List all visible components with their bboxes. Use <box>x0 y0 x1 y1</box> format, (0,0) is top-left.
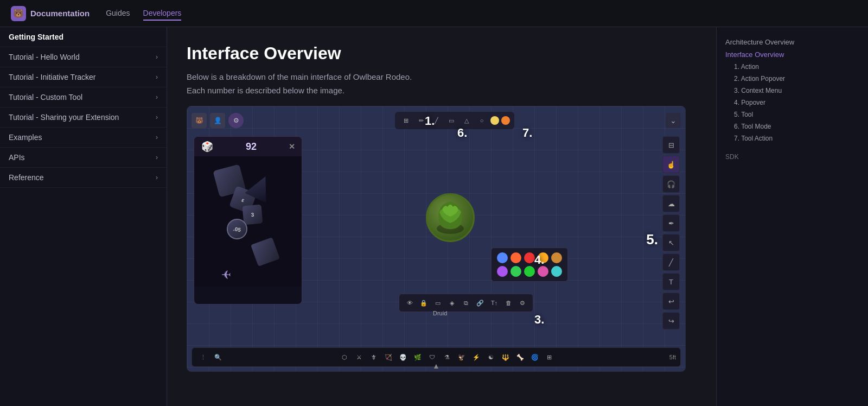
rtool-undo[interactable]: ↩ <box>662 293 680 310</box>
main-content: Interface Overview Below is a breakdown … <box>167 27 716 406</box>
canvas-area[interactable]: 🐻 👤 ⚙ 1. ⊞ ✏ ╱ ▭ △ ○ <box>187 106 685 371</box>
rtool-pen[interactable]: ✒ <box>662 214 680 232</box>
bottom-menu[interactable]: ⋮ <box>196 351 209 364</box>
color-orange[interactable] <box>501 116 510 125</box>
sidebar-item-examples[interactable]: Examples › <box>0 128 167 148</box>
dice-panel: 🎲 92 ✕ ε 3 .05 ✈ <box>194 136 302 304</box>
toolbar-center-icons: ⊞ ✏ ╱ ▭ △ ○ <box>395 112 514 129</box>
token[interactable] <box>426 193 480 248</box>
chevron-icon: › <box>156 154 158 161</box>
topnav-links: Guides Developers <box>106 7 181 21</box>
btool-5[interactable]: 💀 <box>397 351 410 364</box>
color-swatch-purple[interactable] <box>497 266 508 277</box>
btool-15[interactable]: ⊞ <box>543 351 556 364</box>
color-swatch-blue[interactable] <box>497 252 508 263</box>
tool-triangle[interactable]: △ <box>460 114 473 127</box>
action-link[interactable]: 🔗 <box>474 297 486 309</box>
color-swatch-cyan[interactable] <box>551 266 562 277</box>
color-swatch-lime[interactable] <box>524 266 535 277</box>
scroll-up-icon[interactable]: ▲ <box>432 361 440 370</box>
btool-11[interactable]: ☯ <box>484 351 497 364</box>
nav-guides[interactable]: Guides <box>106 7 130 21</box>
dice-area: ε 3 .05 ✈ <box>194 156 302 287</box>
sidebar-item-getting-started[interactable]: Getting Started <box>0 27 167 47</box>
action-settings[interactable]: ⚙ <box>516 297 528 309</box>
toc-tool-action[interactable]: 7. Tool Action <box>725 132 859 144</box>
dice-shape-5 <box>251 237 280 267</box>
rtool-slash[interactable]: ╱ <box>662 253 680 271</box>
chevron-icon: › <box>156 53 158 61</box>
settings-icon[interactable]: ⚙ <box>228 113 244 128</box>
action-layer[interactable]: ◈ <box>446 297 458 309</box>
token-actions: 👁 🔒 ▭ ◈ ⧉ 🔗 T↑ 🗑 ⚙ <box>399 294 533 312</box>
btool-14[interactable]: 🌀 <box>528 351 541 364</box>
color-row-2 <box>497 266 562 277</box>
rtool-layers[interactable]: ⊟ <box>662 136 680 154</box>
rtool-arrow[interactable]: ↖ <box>662 234 680 251</box>
toc-action[interactable]: 1. Action <box>725 61 859 73</box>
bottom-search[interactable]: 🔍 <box>212 351 225 364</box>
color-swatch-brown[interactable] <box>551 252 562 263</box>
color-swatch-pink[interactable] <box>538 266 548 277</box>
btool-2[interactable]: ⚔ <box>353 351 366 364</box>
sidebar-item-sharing[interactable]: Tutorial - Sharing your Extension › <box>0 107 167 128</box>
btool-3[interactable]: 🗡 <box>367 351 380 364</box>
rtool-cloud[interactable]: ☁ <box>662 195 680 212</box>
rtool-text[interactable]: T <box>662 273 680 290</box>
action-copy[interactable]: ⧉ <box>460 297 472 309</box>
btool-8[interactable]: ⚗ <box>441 351 454 364</box>
toc-interface-overview[interactable]: Interface Overview <box>725 48 859 61</box>
left-sidebar: Getting Started Tutorial - Hello World ›… <box>0 27 167 406</box>
close-icon[interactable]: ✕ <box>289 142 295 151</box>
tool-rect[interactable]: ▭ <box>445 114 458 127</box>
btool-4[interactable]: 🏹 <box>382 351 395 364</box>
label-3: 3. <box>534 313 544 327</box>
tool-select[interactable]: ⊞ <box>399 114 412 127</box>
color-swatch-red[interactable] <box>524 252 535 263</box>
btool-1[interactable]: ⬡ <box>338 351 351 364</box>
toolbar-right: ⊟ ☝ 🎧 ☁ ✒ ↖ ╱ T ↩ ↪ <box>661 136 681 329</box>
sidebar-item-apis[interactable]: APIs › <box>0 148 167 168</box>
btool-10[interactable]: ⚡ <box>470 351 483 364</box>
btool-12[interactable]: 🔱 <box>499 351 512 364</box>
toc-popover[interactable]: 4. Popover <box>725 97 859 109</box>
rtool-redo[interactable]: ↪ <box>662 312 680 329</box>
toc-context-menu[interactable]: 3. Context Menu <box>725 85 859 97</box>
btool-13[interactable]: 🦴 <box>514 351 527 364</box>
sidebar-item-custom-tool[interactable]: Tutorial - Custom Tool › <box>0 87 167 107</box>
tool-circle[interactable]: ○ <box>475 114 488 127</box>
action-text[interactable]: T↑ <box>488 297 500 309</box>
action-frame[interactable]: ▭ <box>432 297 444 309</box>
rtool-headphones[interactable]: 🎧 <box>662 175 680 193</box>
action-eye[interactable]: 👁 <box>404 297 416 309</box>
btool-6[interactable]: 🌿 <box>411 351 424 364</box>
action-delete[interactable]: 🗑 <box>502 297 514 309</box>
sidebar-item-reference[interactable]: Reference › <box>0 168 167 188</box>
logo[interactable]: 🐻 Documentation <box>11 6 90 21</box>
label-7: 7. <box>522 126 532 140</box>
sidebar-item-hello-world[interactable]: Tutorial - Hello World › <box>0 47 167 67</box>
collapse-icon[interactable]: ⌄ <box>666 113 681 128</box>
page-note: Each number is described below the image… <box>187 86 697 95</box>
action-lock[interactable]: 🔒 <box>418 297 430 309</box>
right-sidebar: Architecture Overview Interface Overview… <box>716 27 868 406</box>
color-swatch-orange[interactable] <box>510 252 521 263</box>
toc-architecture[interactable]: Architecture Overview <box>725 36 859 48</box>
toc-tool-mode[interactable]: 6. Tool Mode <box>725 120 859 132</box>
color-yellow[interactable] <box>490 116 499 125</box>
druid-label: Druid <box>433 310 447 316</box>
topnav: 🐻 Documentation Guides Developers <box>0 0 868 27</box>
avatar-icon[interactable]: 🐻 <box>192 113 207 128</box>
toc-action-popover[interactable]: 2. Action Popover <box>725 73 859 85</box>
btool-9[interactable]: 🦅 <box>455 351 468 364</box>
toc-tool[interactable]: 5. Tool <box>725 109 859 120</box>
color-swatch-green[interactable] <box>510 266 521 277</box>
nav-developers[interactable]: Developers <box>143 7 182 21</box>
label-1: 1. <box>425 114 435 128</box>
label-5: 5. <box>646 231 658 248</box>
sidebar-item-initiative-tracker[interactable]: Tutorial - Initiative Tracker › <box>0 67 167 87</box>
token-circle <box>426 193 475 242</box>
user-icon[interactable]: 👤 <box>210 113 225 128</box>
rtool-pointer[interactable]: ☝ <box>662 156 680 173</box>
chevron-icon: › <box>156 93 158 101</box>
